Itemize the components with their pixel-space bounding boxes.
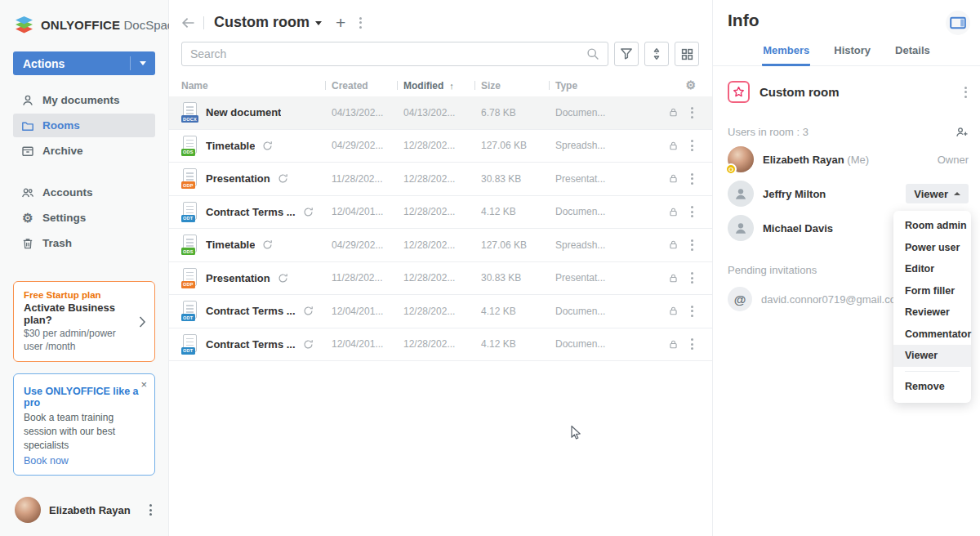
room-kebab-menu[interactable]	[963, 85, 969, 100]
sidebar-item-label: My documents	[42, 94, 120, 106]
add-item-button[interactable]: +	[336, 14, 345, 31]
column-divider	[397, 81, 398, 90]
chevron-right-icon[interactable]	[139, 315, 146, 328]
sync-icon[interactable]	[278, 273, 288, 284]
book-now-link[interactable]: Book now	[24, 455, 69, 467]
member-row[interactable]: O Elizabeth Rayan (Me) Owner	[713, 138, 980, 172]
sidebar-item-trash[interactable]: Trash	[13, 231, 155, 255]
row-kebab-menu[interactable]	[689, 337, 695, 351]
odt-file-icon: ODT	[181, 301, 198, 321]
file-type: Documen...	[549, 107, 645, 118]
sort-button[interactable]	[644, 42, 669, 66]
sidebar-item-my-documents[interactable]: My documents	[13, 88, 155, 112]
profile-kebab-menu[interactable]	[148, 502, 154, 517]
sync-icon[interactable]	[262, 141, 273, 151]
file-size: 4.12 KB	[474, 206, 549, 217]
table-settings-button[interactable]: ⚙	[685, 79, 699, 92]
row-kebab-menu[interactable]	[689, 172, 695, 186]
column-header-type[interactable]: Type	[549, 80, 645, 92]
table-row[interactable]: ODS Timetable 04/29/202... 12/28/202... …	[169, 229, 712, 262]
logo-brand: ONLYOFFICE	[41, 18, 120, 32]
menu-item-editor[interactable]: Editor	[893, 258, 971, 280]
tab-details[interactable]: Details	[894, 37, 931, 66]
sidebar-item-settings[interactable]: ⚙ Settings	[13, 206, 155, 230]
training-banner[interactable]: × Use ONLYOFFICE like a pro Book a team …	[13, 373, 155, 475]
sidebar-item-accounts[interactable]: Accounts	[13, 181, 155, 204]
lock-icon[interactable]	[668, 339, 679, 350]
column-header-created[interactable]: Created	[325, 80, 397, 92]
menu-item-room-admin[interactable]: Room admin	[893, 215, 971, 237]
row-kebab-menu[interactable]	[689, 270, 695, 285]
page-title: Custom room	[214, 14, 310, 31]
lock-icon[interactable]	[668, 173, 679, 184]
table-row[interactable]: ODS Timetable 04/29/202... 12/28/202... …	[169, 130, 712, 163]
table-row[interactable]: ODT Contract Terms ... 12/04/201... 12/2…	[169, 196, 712, 230]
sidebar-item-rooms[interactable]: Rooms	[13, 114, 155, 137]
menu-item-reviewer[interactable]: Reviewer	[893, 302, 971, 324]
role-dropdown-button[interactable]: Viewer	[906, 184, 969, 203]
file-name: New document	[206, 106, 281, 118]
created-date: 04/29/202...	[325, 140, 397, 151]
file-rows: DOCX New document 04/13/202... 04/13/202…	[169, 96, 712, 361]
menu-item-commentator[interactable]: Commentator	[893, 324, 971, 346]
table-row[interactable]: DOCX New document 04/13/202... 04/13/202…	[169, 96, 712, 130]
lock-icon[interactable]	[668, 273, 679, 284]
add-user-icon[interactable]	[956, 125, 969, 138]
panel-toggle-button[interactable]	[946, 11, 970, 35]
sync-icon[interactable]	[303, 306, 314, 316]
logo-text: ONLYOFFICE DocSpace	[41, 18, 180, 32]
room-title-dropdown[interactable]: Custom room	[214, 14, 322, 31]
search-input[interactable]: Search	[181, 42, 608, 66]
lock-icon[interactable]	[668, 207, 679, 217]
menu-divider	[905, 371, 960, 372]
table-row[interactable]: ODT Contract Terms ... 12/04/201... 12/2…	[169, 295, 712, 328]
row-kebab-menu[interactable]	[689, 105, 695, 120]
lock-icon[interactable]	[668, 107, 679, 118]
chevron-down-icon	[315, 21, 322, 25]
member-row[interactable]: Jeffry Milton Viewer	[713, 172, 980, 207]
filter-button[interactable]	[614, 42, 639, 66]
app-logo[interactable]: ONLYOFFICE DocSpace	[0, 0, 168, 45]
modified-date: 04/13/202...	[397, 107, 474, 118]
row-kebab-menu[interactable]	[689, 204, 695, 219]
menu-item-remove[interactable]: Remove	[893, 376, 971, 398]
actions-button[interactable]: Actions	[13, 51, 155, 75]
sync-icon[interactable]	[303, 207, 314, 217]
sync-icon[interactable]	[262, 239, 273, 250]
close-icon[interactable]: ×	[140, 378, 147, 391]
sidebar-item-archive[interactable]: Archive	[13, 139, 155, 163]
row-kebab-menu[interactable]	[689, 304, 695, 319]
column-header-name[interactable]: Name	[181, 80, 325, 92]
table-row[interactable]: ODT Contract Terms ... 12/04/201... 12/2…	[169, 328, 712, 362]
sync-icon[interactable]	[303, 339, 314, 350]
row-kebab-menu[interactable]	[689, 238, 695, 252]
owner-badge: O	[725, 163, 737, 175]
sync-icon[interactable]	[278, 173, 288, 184]
file-type: Presentat...	[549, 173, 645, 185]
menu-item-power-user[interactable]: Power user	[893, 237, 971, 259]
column-header-modified[interactable]: Modified↑	[397, 80, 474, 92]
lock-icon[interactable]	[668, 239, 679, 250]
header-kebab-menu[interactable]	[358, 16, 363, 30]
column-header-size[interactable]: Size	[474, 80, 549, 92]
view-toggle-button[interactable]	[675, 42, 699, 66]
plan-banner[interactable]: Free Startup plan Activate Business plan…	[13, 281, 155, 362]
lock-icon[interactable]	[668, 306, 679, 316]
table-row[interactable]: ODP Presentation 11/28/202... 12/28/202.…	[169, 262, 712, 296]
ods-file-icon: ODS	[181, 234, 198, 255]
plan-banner-price: $30 per admin/power user /month	[24, 327, 131, 353]
table-row[interactable]: ODP Presentation 11/28/202... 12/28/202.…	[169, 163, 712, 196]
row-kebab-menu[interactable]	[689, 138, 695, 153]
column-divider	[325, 81, 326, 90]
profile-row[interactable]: Elizabeth Rayan	[0, 485, 168, 536]
lock-icon[interactable]	[668, 141, 679, 151]
menu-item-viewer[interactable]: Viewer	[893, 345, 971, 367]
menu-item-form-filler[interactable]: Form filler	[893, 280, 971, 302]
back-arrow-icon[interactable]	[181, 16, 195, 29]
avatar: O	[728, 146, 754, 172]
file-size: 30.83 KB	[474, 173, 549, 185]
room-name: Custom room	[760, 85, 953, 99]
tab-members[interactable]: Members	[762, 37, 810, 66]
created-date: 12/04/201...	[325, 206, 397, 217]
tab-history[interactable]: History	[833, 37, 871, 66]
